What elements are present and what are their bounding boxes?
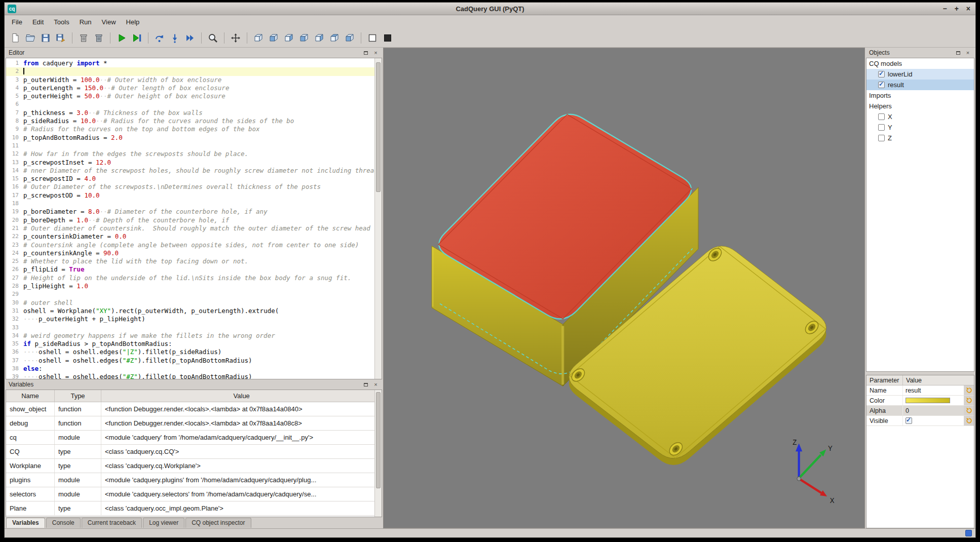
new-file-icon[interactable] — [9, 31, 22, 45]
variables-float-button[interactable] — [362, 381, 369, 388]
visible-checkbox[interactable]: ✓ — [906, 417, 912, 424]
objects-close-button[interactable]: × — [964, 49, 971, 56]
debug-run-icon[interactable] — [130, 31, 143, 45]
editor-line[interactable]: 10p_topAndBottomRadius = 2.0 — [6, 134, 382, 142]
menu-file[interactable]: File — [7, 15, 27, 28]
zoom-icon[interactable] — [206, 31, 219, 45]
color-swatch[interactable] — [906, 398, 950, 403]
editor-line[interactable]: 16# Outer Diameter of the screwposts.\nD… — [6, 183, 382, 191]
editor-float-button[interactable] — [362, 49, 369, 56]
tree-item-helpers[interactable]: Helpers — [866, 101, 974, 111]
title-bar[interactable]: cq CadQuery GUI (PyQT) − + × — [5, 3, 975, 15]
tree-checkbox-y[interactable] — [878, 124, 885, 131]
view-top-icon[interactable] — [328, 31, 341, 45]
variable-row-cq[interactable]: cqmodule<module 'cadquery' from '/home/a… — [6, 431, 382, 445]
parameter-row-visible[interactable]: Visible✓ — [866, 416, 974, 426]
wireframe-icon[interactable] — [366, 31, 379, 45]
reset-icon[interactable] — [964, 396, 974, 405]
open-file-icon[interactable] — [24, 31, 37, 45]
editor-line[interactable]: 6 — [6, 100, 382, 108]
step-over-icon[interactable] — [153, 31, 166, 45]
editor-line[interactable]: 1from cadquery import * — [6, 59, 382, 67]
status-grip-icon[interactable] — [965, 530, 972, 536]
view-right-icon[interactable] — [313, 31, 326, 45]
parameter-row-alpha[interactable]: Alpha0 — [866, 406, 974, 416]
editor-scrollbar[interactable] — [374, 58, 382, 379]
menu-tools[interactable]: Tools — [49, 15, 74, 28]
view-iso-icon[interactable] — [252, 31, 265, 45]
minimize-button[interactable]: − — [943, 5, 947, 12]
tree-checkbox-lowerlid[interactable]: ✓ — [878, 71, 885, 78]
clear-icon[interactable] — [77, 31, 90, 45]
editor-line[interactable]: 32····p_outerHeight + p_lipHeight) — [6, 315, 382, 323]
editor-line[interactable]: 11 — [6, 142, 382, 150]
reset-icon[interactable] — [964, 416, 974, 425]
editor-line[interactable]: 26p_flipLid = True — [6, 265, 382, 274]
parameter-value[interactable]: ✓ — [903, 416, 964, 425]
view-left-icon[interactable] — [297, 31, 311, 45]
editor-line[interactable]: 4p_outerLength = 150.0··# Outer length o… — [6, 84, 382, 92]
variables-col-type[interactable]: Type — [55, 390, 101, 402]
reset-icon[interactable] — [964, 385, 974, 395]
editor-line[interactable]: 19p_boreDiameter = 8.0··# Diameter of th… — [6, 208, 382, 216]
parameter-value[interactable]: result — [903, 385, 964, 395]
editor-body[interactable]: 1from cadquery import *23p_outerWidth = … — [6, 58, 382, 379]
tree-checkbox-x[interactable] — [878, 113, 885, 120]
editor-line[interactable]: 21# Outer diameter of countersink. Shoul… — [6, 224, 382, 233]
editor-line[interactable]: 27# Height of lip on the underside of th… — [6, 274, 382, 282]
tab-console[interactable]: Console — [46, 518, 81, 528]
tree-item-result[interactable]: ✓result — [866, 80, 974, 90]
tree-item-cq-models[interactable]: CQ models — [866, 58, 974, 69]
tree-item-x[interactable]: X — [866, 111, 974, 122]
variable-row-workplane[interactable]: Workplanetype<class 'cadquery.cq.Workpla… — [6, 459, 382, 473]
variables-close-button[interactable]: × — [372, 381, 379, 388]
editor-line[interactable]: 20p_boreDepth = 1.0··# Depth of the coun… — [6, 216, 382, 224]
editor-line[interactable]: 22p_countersinkDiameter = 0.0 — [6, 233, 382, 241]
parameters-col-value[interactable]: Value — [903, 377, 974, 384]
editor-line[interactable]: 35if p_sideRadius > p_topAndBottomRadius… — [6, 340, 382, 348]
continue-icon[interactable] — [183, 31, 197, 45]
reset-icon[interactable] — [964, 406, 974, 415]
shaded-icon[interactable] — [381, 31, 394, 45]
delete-icon[interactable] — [92, 31, 105, 45]
step-into-icon[interactable] — [168, 31, 181, 45]
tree-item-imports[interactable]: Imports — [866, 90, 974, 101]
editor-line[interactable]: 36····oshell = oshell.edges("|Z").fillet… — [6, 348, 382, 356]
view-front-icon[interactable] — [267, 31, 280, 45]
editor-line[interactable]: 5p_outerHeight = 50.0··# Outer height of… — [6, 92, 382, 100]
editor-line[interactable]: 38else: — [6, 365, 382, 373]
variable-row-show-object[interactable]: show_objectfunction<function Debugger.re… — [6, 402, 382, 416]
variable-row-debug[interactable]: debugfunction<function Debugger.render.<… — [6, 416, 382, 431]
parameter-row-color[interactable]: Color — [866, 396, 974, 406]
editor-line[interactable]: 17p_screwpostOD = 10.0 — [6, 191, 382, 200]
objects-float-button[interactable] — [955, 49, 962, 56]
editor-line[interactable]: 34# weird geometry happens if we make th… — [6, 332, 382, 340]
editor-line[interactable]: 23# Countersink angle (complete angle be… — [6, 241, 382, 249]
maximize-button[interactable]: + — [955, 5, 959, 12]
editor-line[interactable]: 18 — [6, 200, 382, 208]
tree-checkbox-z[interactable] — [878, 135, 885, 141]
tree-item-lowerlid[interactable]: ✓lowerLid — [866, 69, 974, 80]
parameter-row-name[interactable]: Nameresult — [866, 385, 974, 396]
editor-line[interactable]: 8p_sideRadius = 10.0··# Radius for the c… — [6, 117, 382, 125]
variables-scrollbar-thumb[interactable] — [376, 392, 381, 488]
save-file-icon[interactable] — [39, 31, 52, 45]
tab-current-traceback[interactable]: Current traceback — [82, 518, 142, 528]
viewport-canvas[interactable]: Z Y X — [384, 48, 864, 528]
editor-line[interactable]: 33 — [6, 324, 382, 332]
editor-line[interactable]: 30# outer shell — [6, 299, 382, 307]
editor-close-button[interactable]: × — [372, 49, 379, 56]
close-button[interactable]: × — [966, 5, 970, 12]
variables-col-name[interactable]: Name — [6, 390, 55, 402]
variable-row-selectors[interactable]: selectorsmodule<module 'cadquery.selecto… — [6, 487, 382, 501]
menu-help[interactable]: Help — [121, 15, 145, 28]
tree-item-y[interactable]: Y — [866, 122, 974, 133]
editor-line[interactable]: 9# Radius for the curves on the top and … — [6, 125, 382, 133]
editor-line[interactable]: 31oshell = Workplane("XY").rect(p_outerW… — [6, 307, 382, 315]
editor-line[interactable]: 7p_thickness = 3.0··# Thickness of the b… — [6, 109, 382, 117]
parameters-col-parameter[interactable]: Parameter — [866, 375, 903, 385]
editor-line[interactable]: 15p_screwpostID = 4.0 — [6, 175, 382, 183]
editor-line[interactable]: 14# nner Diameter of the screwpost holes… — [6, 167, 382, 175]
editor-line[interactable]: 25# Whether to place the lid with the to… — [6, 257, 382, 265]
variables-col-value[interactable]: Value — [101, 390, 382, 402]
